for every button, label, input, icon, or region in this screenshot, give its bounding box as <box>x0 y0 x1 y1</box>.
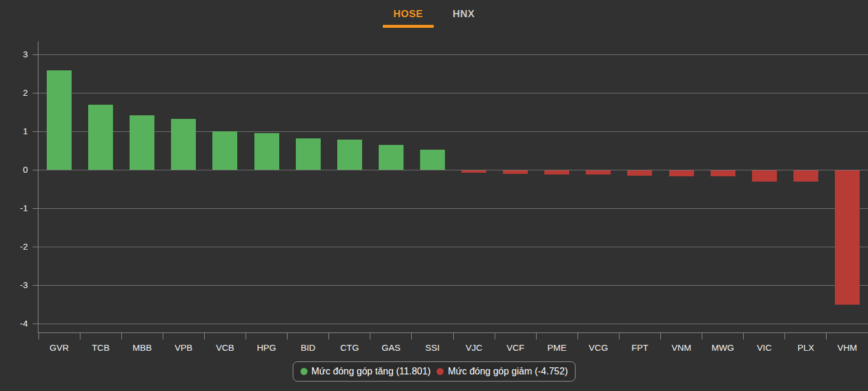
x-axis-label-pme: PME <box>536 342 577 354</box>
x-axis-tick <box>785 333 785 340</box>
x-axis-tick <box>246 333 246 340</box>
x-axis-tick <box>370 333 370 340</box>
bar-vpb[interactable] <box>171 119 196 170</box>
bar-fpt[interactable] <box>627 170 652 176</box>
bar-bid[interactable] <box>296 138 321 170</box>
x-axis-tick <box>328 333 329 340</box>
y-axis-tick-label: -3 <box>5 279 28 291</box>
y-gridline <box>38 324 868 324</box>
bar-ctg[interactable] <box>337 140 362 170</box>
bar-tcb[interactable] <box>88 105 113 170</box>
x-axis-label-mwg: MWG <box>702 342 744 354</box>
positive-dot-icon <box>300 368 307 375</box>
x-axis-label-fpt: FPT <box>619 342 660 354</box>
x-axis-label-vpb: VPB <box>163 342 204 354</box>
y-axis-tick-label: -4 <box>5 318 28 329</box>
y-axis-tick-label: -1 <box>5 202 28 214</box>
x-axis-tick <box>411 333 412 340</box>
y-gridline <box>38 170 868 170</box>
x-axis-label-vic: VIC <box>744 342 785 354</box>
stock-contribution-panel: HOSE HNX 3210-1-2-3-4GVRTCBMBBVPBVCBHPGB… <box>0 0 868 391</box>
x-axis-tick <box>577 333 578 340</box>
bar-vcb[interactable] <box>212 131 237 170</box>
x-axis-tick <box>660 333 661 340</box>
y-axis-tick-label: 0 <box>5 164 28 176</box>
bar-gvr[interactable] <box>47 70 72 170</box>
bar-vic[interactable] <box>752 170 777 182</box>
x-axis-label-gas: GAS <box>370 342 412 354</box>
x-axis-tick <box>619 333 619 340</box>
x-axis-tick <box>453 333 454 340</box>
x-axis-label-gvr: GVR <box>38 342 80 354</box>
bar-plx[interactable] <box>793 170 818 182</box>
bar-vjc[interactable] <box>462 170 486 173</box>
x-axis-tick <box>536 333 537 340</box>
x-axis-tick <box>495 333 495 340</box>
x-axis-label-ssi: SSI <box>412 342 453 354</box>
y-axis-tick-label: -2 <box>5 241 28 253</box>
y-axis-tick-label: 3 <box>5 49 28 60</box>
x-axis-label-vnm: VNM <box>661 342 702 354</box>
contribution-bar-chart: 3210-1-2-3-4GVRTCBMBBVPBVCBHPGBIDCTGGASS… <box>0 0 868 391</box>
x-axis-label-vcg: VCG <box>577 342 619 354</box>
x-axis-tick <box>204 333 205 340</box>
x-axis-label-bid: BID <box>288 342 329 354</box>
x-axis-tick <box>80 333 80 340</box>
x-axis-label-vcf: VCF <box>495 342 536 354</box>
x-axis-tick <box>121 333 122 340</box>
bar-mbb[interactable] <box>130 115 154 170</box>
x-axis-label-mbb: MBB <box>121 342 163 354</box>
x-axis-label-hpg: HPG <box>246 342 288 354</box>
x-axis-tick <box>743 333 744 340</box>
x-axis-label-ctg: CTG <box>329 342 370 354</box>
legend-positive-label: Mức đóng góp tăng (11.801) <box>311 366 431 377</box>
bar-gas[interactable] <box>379 145 404 170</box>
x-axis-tick <box>702 333 702 340</box>
x-axis-label-tcb: TCB <box>80 342 121 354</box>
y-gridline <box>38 54 868 55</box>
bar-vhm[interactable] <box>835 170 860 305</box>
bar-hpg[interactable] <box>254 133 279 170</box>
y-gridline <box>38 285 868 286</box>
x-axis-label-vjc: VJC <box>453 342 495 354</box>
x-axis-tick <box>163 333 163 340</box>
chart-legend: Mức đóng góp tăng (11.801) Mức đóng góp … <box>292 361 575 382</box>
x-axis-tick <box>826 333 827 340</box>
y-axis-tick-label: 1 <box>5 125 28 137</box>
x-axis-label-plx: PLX <box>785 342 827 354</box>
negative-dot-icon <box>437 368 444 375</box>
bar-mwg[interactable] <box>711 170 735 176</box>
x-axis-tick <box>38 333 39 340</box>
x-axis-tick <box>287 333 288 340</box>
x-axis-label-vcb: VCB <box>204 342 246 354</box>
bar-ssi[interactable] <box>420 150 445 170</box>
x-axis-label-vhm: VHM <box>827 342 868 354</box>
legend-negative-label: Mức đóng góp giảm (-4.752) <box>448 366 568 377</box>
y-axis-tick-label: 2 <box>5 87 28 99</box>
bar-vcf[interactable] <box>503 170 528 174</box>
bar-vcg[interactable] <box>586 170 611 175</box>
legend-item-positive[interactable]: Mức đóng góp tăng (11.801) <box>300 366 431 377</box>
y-gridline <box>38 247 868 247</box>
bar-vnm[interactable] <box>669 170 694 176</box>
y-gridline <box>38 93 868 93</box>
bar-pme[interactable] <box>544 170 569 175</box>
y-gridline <box>38 131 868 132</box>
y-gridline <box>38 208 868 209</box>
legend-item-negative[interactable]: Mức đóng góp giảm (-4.752) <box>437 366 568 377</box>
y-axis-line <box>38 41 38 333</box>
